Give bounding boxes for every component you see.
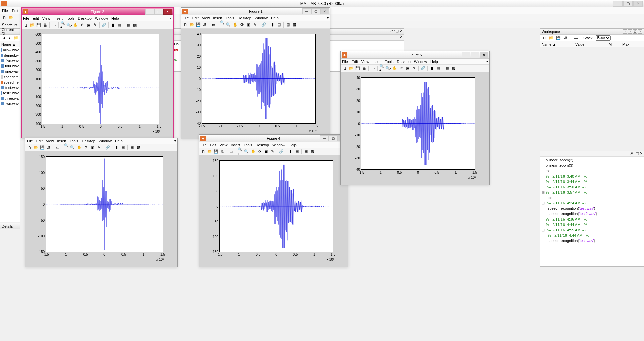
menu-file[interactable]: File (2, 9, 8, 13)
zoom-out-icon[interactable]: 🔍- (244, 149, 250, 155)
menu-tools[interactable]: Tools (66, 16, 75, 20)
figure-window[interactable]: ◆ Figure 4 — ▢ ✕ FileEditViewInsertTools… (199, 134, 348, 267)
tab-close-icon[interactable]: ✕ (400, 35, 403, 40)
axes[interactable]: 403020100-10-20-30-40-1.5-1-0.500.511.5 … (361, 77, 475, 170)
menu-window[interactable]: Window (99, 139, 112, 143)
history-line[interactable]: speechrecognition('test.wav') (542, 206, 642, 211)
menu-view[interactable]: View (46, 139, 54, 143)
zoom-out-icon[interactable]: 🔍- (385, 65, 391, 71)
maximize-button[interactable]: ▢ (154, 9, 163, 15)
close-button[interactable]: ✕ (320, 8, 329, 14)
file-row[interactable]: one.wav (0, 69, 20, 74)
axes[interactable]: 150100500-50-100-150-1.5-1-0.500.511.5 x… (46, 156, 163, 252)
print-icon[interactable]: 🖶 (562, 35, 569, 41)
file-row[interactable]: allow.wav (0, 47, 20, 53)
figure-window[interactable]: ◆ Figure 2 — ▢ ✕ FileEditViewInsertTools… (21, 7, 174, 138)
pan-icon[interactable]: ✋ (73, 22, 79, 28)
menu-tools[interactable]: Tools (385, 60, 394, 64)
menu-file[interactable]: File (27, 139, 33, 143)
fwd-icon[interactable]: ► (7, 35, 12, 41)
menu-insert[interactable]: Insert (213, 16, 222, 20)
dock2-icon[interactable]: ▩ (291, 22, 298, 28)
menu-insert[interactable]: Insert (372, 60, 382, 64)
pointer-icon[interactable]: ▭ (370, 65, 376, 71)
zoom-in-icon[interactable]: 🔍+ (379, 65, 385, 71)
figure-titlebar[interactable]: ◆ Figure 5 — ▢ ✕ (341, 51, 489, 59)
history-line[interactable]: speechrecognition('test.wav') (542, 238, 642, 243)
pointer-icon[interactable]: ▭ (55, 145, 61, 151)
dock2-icon[interactable]: ▩ (451, 65, 457, 71)
history-line[interactable]: clc (542, 195, 642, 200)
menu-dropdown-icon[interactable]: ▾ (170, 16, 172, 20)
pointer-icon[interactable]: ▭ (228, 149, 234, 155)
minimize-button[interactable]: — (613, 1, 623, 7)
menu-window[interactable]: Window (414, 60, 427, 64)
brush-icon[interactable]: ✎ (92, 22, 98, 28)
legend-icon[interactable]: ▤ (294, 149, 300, 155)
minimize-button[interactable]: — (302, 8, 311, 14)
rotate-icon[interactable]: ⟳ (79, 22, 85, 28)
menu-help[interactable]: Help (111, 16, 119, 20)
undock-icon[interactable]: ↗ (630, 151, 633, 156)
figure-window[interactable]: ◆ Figure 1 — ▢ ✕ FileEditViewInsertTools… (181, 7, 330, 138)
history-line[interactable]: speechrecognition('test2.wav') (542, 211, 642, 216)
brush-icon[interactable]: ✎ (252, 22, 258, 28)
datacursor-icon[interactable]: ▣ (245, 22, 251, 28)
save-icon[interactable]: 💾 (355, 65, 361, 71)
zoom-out-icon[interactable]: 🔍- (226, 22, 232, 28)
maximize-button[interactable]: ▢ (471, 52, 479, 58)
print-icon[interactable]: 🖶 (219, 149, 225, 155)
dock-icon[interactable]: ▦ (285, 22, 291, 28)
file-row[interactable]: speechre (0, 80, 20, 85)
close-icon[interactable]: ✕ (638, 29, 642, 34)
min-icon[interactable]: ▫ (634, 151, 635, 156)
datacursor-icon[interactable]: ▣ (89, 145, 95, 151)
new-icon[interactable]: 🗋 (182, 22, 189, 28)
close-button[interactable]: ✕ (633, 1, 643, 7)
link-icon[interactable]: 🔗 (278, 149, 284, 155)
pan-icon[interactable]: ✋ (250, 149, 256, 155)
print-icon[interactable]: 🖶 (361, 65, 367, 71)
colorbar-icon[interactable]: ▮ (114, 145, 120, 151)
minimize-button[interactable]: — (462, 52, 470, 58)
legend-icon[interactable]: ▤ (120, 145, 126, 151)
folder-icon[interactable]: 📁 (13, 35, 19, 41)
menu-edit[interactable]: Edit (33, 16, 39, 20)
figure-window[interactable]: FileEditViewInsertToolsDesktopWindowHelp… (25, 138, 178, 267)
figure-titlebar[interactable]: ◆ Figure 2 — ▢ ✕ (22, 8, 173, 15)
save-icon[interactable]: 💾 (36, 22, 42, 28)
menu-tools[interactable]: Tools (226, 16, 234, 20)
max-icon[interactable]: ▢ (396, 29, 399, 34)
rotate-icon[interactable]: ⟳ (257, 149, 263, 155)
print-icon[interactable]: 🖶 (42, 22, 48, 28)
menu-dropdown-icon[interactable]: ▾ (486, 60, 488, 63)
figure-window[interactable]: ◆ Figure 5 — ▢ ✕ FileEditViewInsertTools… (340, 51, 490, 185)
history-line[interactable]: ⊟%-- 2/11/16 3:57 AM --% (542, 190, 642, 195)
menu-dropdown-icon[interactable]: ▾ (174, 139, 176, 143)
new-icon[interactable]: 🗋 (200, 149, 206, 155)
new-icon[interactable]: 🗋 (23, 22, 29, 28)
open-icon[interactable]: 📂 (348, 65, 354, 71)
close-icon[interactable]: ✕ (400, 29, 403, 34)
pan-icon[interactable]: ✋ (232, 22, 238, 28)
menu-edit[interactable]: Edit (12, 9, 18, 13)
file-row[interactable]: denied.w (0, 53, 20, 58)
axes[interactable]: 150100500-50-100-150-1.5-1-0.500.511.5 x… (219, 160, 333, 252)
history-line[interactable]: %-- 2/11/16 4:44 AM --% (542, 222, 642, 227)
file-row[interactable]: test2.wav (0, 90, 20, 96)
menu-desktop[interactable]: Desktop (397, 60, 411, 64)
menu-view[interactable]: View (220, 143, 228, 147)
menu-edit[interactable]: Edit (36, 139, 43, 143)
menu-window[interactable]: Window (95, 16, 108, 20)
menu-help[interactable]: Help (115, 139, 123, 143)
new-icon[interactable]: 🗋 (342, 65, 348, 71)
menu-desktop[interactable]: Desktop (78, 16, 92, 20)
col-max[interactable]: Max (621, 41, 634, 47)
history-line[interactable]: %-- 2/11/16 3:44 AM --% (542, 179, 642, 184)
zoom-in-icon[interactable]: 🔍+ (64, 145, 70, 151)
dock2-icon[interactable]: ▩ (309, 149, 315, 155)
col-name[interactable]: Name ▲ (540, 41, 574, 47)
menu-help[interactable]: Help (271, 16, 279, 20)
save-icon[interactable]: 💾 (555, 35, 561, 41)
history-line[interactable]: %-- 2/11/16 3:50 AM --% (542, 184, 642, 190)
